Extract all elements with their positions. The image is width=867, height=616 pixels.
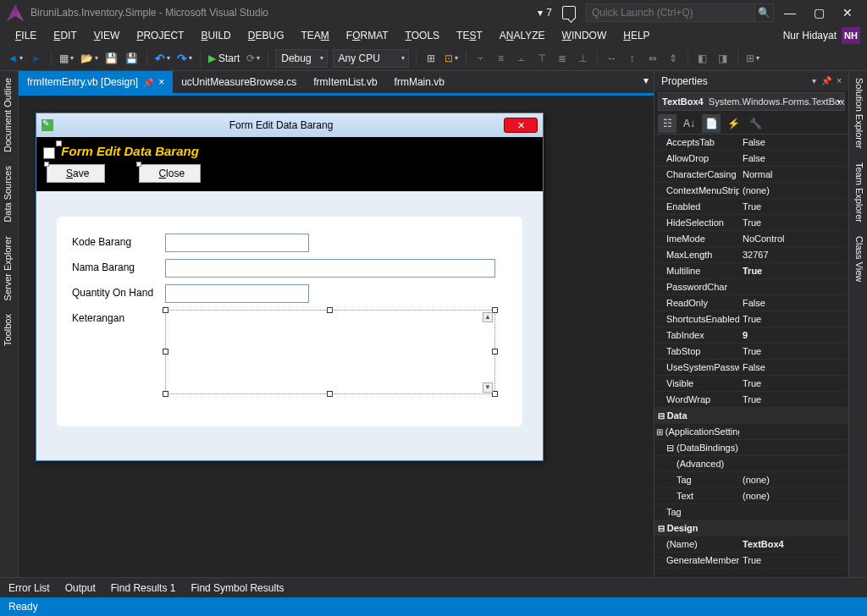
selection-handle-icon[interactable]: [56, 140, 62, 146]
property-row[interactable]: HideSelectionTrue: [654, 215, 848, 231]
team-explorer-tab[interactable]: Team Explorer: [849, 156, 867, 229]
start-options-button[interactable]: ⟳: [244, 49, 262, 68]
user-name[interactable]: Nur Hidayat: [783, 30, 837, 41]
resize-handle-icon[interactable]: [492, 349, 498, 355]
property-row[interactable]: EnabledTrue: [654, 199, 848, 215]
panel-menu-icon[interactable]: ▾: [812, 76, 816, 85]
scroll-up-icon[interactable]: ▲: [483, 312, 493, 322]
doc-tab-frmitemlist[interactable]: frmItemList.vb: [305, 71, 385, 93]
notifications-count[interactable]: 7: [546, 7, 552, 19]
property-row[interactable]: AllowDropFalse: [654, 151, 848, 167]
align-left-icon[interactable]: ⫟: [472, 49, 490, 68]
send-back-icon[interactable]: ◨: [714, 49, 732, 68]
output-tab[interactable]: Output: [64, 580, 97, 597]
textarea-keterangan[interactable]: ▲▼: [165, 310, 495, 394]
property-row[interactable]: ContextMenuStrip(none): [654, 183, 848, 199]
solution-explorer-tab[interactable]: Solution Explorer: [849, 71, 867, 156]
resize-handle-icon[interactable]: [327, 307, 333, 313]
redo-button[interactable]: [174, 49, 195, 68]
menu-build[interactable]: BUILD: [192, 27, 239, 44]
property-row[interactable]: AcceptsTabFalse: [654, 135, 848, 151]
avatar[interactable]: NH: [842, 27, 860, 44]
maximize-button[interactable]: ▢: [806, 3, 831, 22]
property-row[interactable]: (Advanced): [654, 456, 848, 472]
server-explorer-tab[interactable]: Server Explorer: [0, 229, 18, 307]
property-category[interactable]: Design: [654, 520, 848, 536]
form-close-button[interactable]: ✕: [504, 118, 538, 133]
property-row[interactable]: (Name)TextBox4: [654, 536, 848, 553]
input-quantity[interactable]: [165, 284, 309, 303]
nav-forward-button[interactable]: ►: [27, 49, 46, 68]
property-pages-icon[interactable]: 🔧: [746, 114, 765, 133]
tab-order-icon[interactable]: ⊞: [743, 49, 762, 68]
document-outline-tab[interactable]: Document Outline: [0, 71, 18, 159]
scroll-down-icon[interactable]: ▼: [483, 382, 493, 393]
property-category[interactable]: ⊟ (DataBindings): [654, 440, 848, 456]
quick-launch-input[interactable]: [586, 3, 755, 22]
property-row[interactable]: ImeModeNoControl: [654, 231, 848, 247]
menu-analyze[interactable]: ANALYZE: [491, 27, 554, 44]
panel-pin-icon[interactable]: 📌: [821, 76, 831, 85]
menu-format[interactable]: FORMAT: [338, 27, 397, 44]
resize-handle-icon[interactable]: [163, 307, 168, 313]
property-row[interactable]: ReadOnlyFalse: [654, 295, 848, 311]
align-bottom-icon[interactable]: ⊥: [573, 49, 592, 68]
menu-test[interactable]: TEST: [448, 27, 491, 44]
solution-platform-combo[interactable]: Any CPU: [333, 49, 409, 68]
menu-file[interactable]: FILE: [7, 27, 45, 44]
resize-handle-icon[interactable]: [327, 391, 333, 397]
save-all-button[interactable]: [123, 49, 141, 68]
close-form-button[interactable]: Close: [139, 164, 201, 183]
notifications-flag-icon[interactable]: ▾: [538, 7, 543, 19]
property-row[interactable]: UseSystemPasswordCharFalse: [654, 360, 848, 376]
bring-front-icon[interactable]: ◧: [693, 49, 712, 68]
vspace-equal-icon[interactable]: ↕: [623, 49, 642, 68]
undo-button[interactable]: [152, 49, 173, 68]
doc-tab-frmitementry[interactable]: frmItemEntry.vb [Design] 📌 ×: [19, 71, 173, 93]
resize-handle-icon[interactable]: [163, 391, 168, 397]
property-row[interactable]: TabStopTrue: [654, 344, 848, 360]
resize-handle-icon[interactable]: [492, 307, 498, 313]
save-button[interactable]: [102, 49, 121, 68]
close-tab-icon[interactable]: ×: [158, 76, 164, 88]
data-sources-tab[interactable]: Data Sources: [0, 159, 18, 229]
close-window-button[interactable]: ✕: [835, 3, 860, 22]
toolbox-tab[interactable]: Toolbox: [0, 307, 18, 353]
designer-surface[interactable]: Form Edit Data Barang ✕ Form Edit Data B…: [19, 93, 654, 577]
align-middle-icon[interactable]: ≣: [553, 49, 572, 68]
events-icon[interactable]: ⚡: [724, 114, 743, 133]
property-row[interactable]: Tag(none): [654, 472, 848, 488]
properties-object-selector[interactable]: TextBox4 System.Windows.Forms.TextBox: [658, 92, 845, 111]
menu-help[interactable]: HELP: [615, 27, 658, 44]
properties-icon[interactable]: 📄: [702, 114, 721, 133]
property-row[interactable]: MaxLength32767: [654, 247, 848, 263]
resize-handle-icon[interactable]: [492, 391, 498, 397]
menu-debug[interactable]: DEBUG: [240, 27, 293, 44]
start-debug-button[interactable]: ▶Start: [206, 49, 242, 68]
align-center-icon[interactable]: ≡: [492, 49, 511, 68]
align-top-icon[interactable]: ⊤: [533, 49, 551, 68]
property-row[interactable]: (ApplicationSettings): [654, 424, 848, 440]
minimize-button[interactable]: —: [777, 3, 803, 22]
property-row[interactable]: MultilineTrue: [654, 263, 848, 279]
error-list-tab[interactable]: Error List: [7, 580, 52, 597]
property-row[interactable]: Text(none): [654, 488, 848, 504]
find-symbol-results-tab[interactable]: Find Symbol Results: [189, 580, 285, 597]
new-project-button[interactable]: [57, 49, 76, 68]
menu-project[interactable]: PROJECT: [128, 27, 192, 44]
alphabetical-icon[interactable]: A↓: [680, 114, 699, 133]
property-row[interactable]: PasswordChar: [654, 279, 848, 295]
categorized-icon[interactable]: ☷: [658, 114, 676, 133]
menu-tools[interactable]: TOOLS: [397, 27, 448, 44]
winform-preview[interactable]: Form Edit Data Barang ✕ Form Edit Data B…: [36, 113, 544, 461]
menu-window[interactable]: WINDOW: [554, 27, 616, 44]
doc-tab-frmmain[interactable]: frmMain.vb: [386, 71, 453, 93]
save-form-button[interactable]: Save: [47, 164, 105, 183]
property-category[interactable]: Data: [654, 408, 848, 424]
property-row[interactable]: CharacterCasingNormal: [654, 167, 848, 183]
search-icon[interactable]: 🔍: [755, 3, 774, 22]
input-nama-barang[interactable]: [165, 259, 495, 278]
property-row[interactable]: GenerateMemberTrue: [654, 553, 848, 569]
size-width-icon[interactable]: ⇔: [643, 49, 662, 68]
nav-back-button[interactable]: ◄: [5, 49, 25, 68]
